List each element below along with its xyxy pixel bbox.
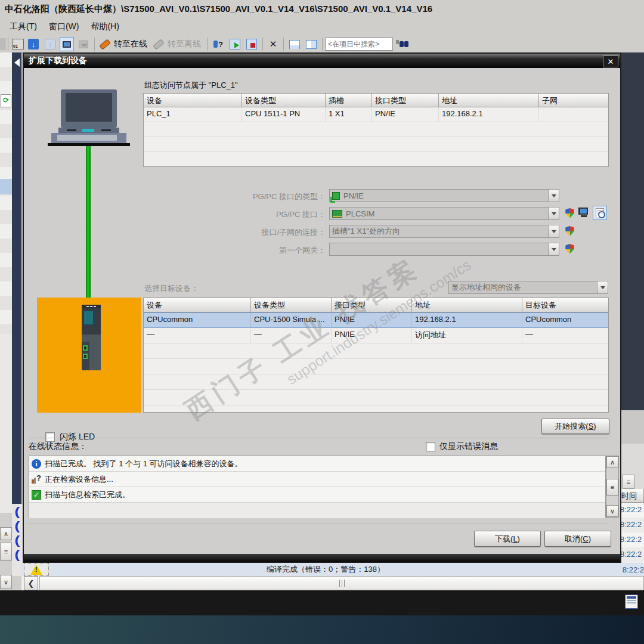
column-header[interactable]: 接口类型 bbox=[372, 94, 439, 107]
status-message-row[interactable]: i 扫描已完成。 找到了 1 个与 1 可访问设备相兼容的设备。 bbox=[29, 456, 605, 472]
column-header[interactable]: 设备类型 bbox=[242, 94, 326, 107]
column-header[interactable]: 子网 bbox=[539, 94, 608, 107]
cancel-button[interactable]: 取消(C) bbox=[544, 531, 611, 547]
split-horizontal-button[interactable] bbox=[286, 37, 303, 51]
shield-icon bbox=[565, 208, 574, 218]
start-search-button[interactable]: 开始搜索(S) bbox=[541, 419, 609, 434]
pc-monitor-icon bbox=[578, 208, 589, 218]
simulation-monitor-icon bbox=[60, 37, 74, 51]
first-gateway-label: 第一个网关： bbox=[131, 245, 326, 256]
extended-download-dialog: 扩展下载到设备 ✕ 组态访问节点属于 "PLC_1" 设备 设备类型 插槽 接口… bbox=[23, 52, 621, 563]
compile-status-text: 编译完成（错误：0；警告：138） bbox=[267, 564, 385, 575]
first-gateway-dropdown[interactable] bbox=[329, 243, 559, 256]
config-table-caption: 组态访问节点属于 "PLC_1" bbox=[144, 80, 238, 91]
column-header[interactable]: 设备类型 bbox=[251, 298, 332, 312]
compile-time: 8:22:2 bbox=[623, 565, 644, 574]
start-simulation-button[interactable] bbox=[58, 36, 75, 52]
save-to-device-button[interactable]: 01 bbox=[11, 37, 25, 51]
menu-tools[interactable]: 工具(T) bbox=[4, 19, 43, 35]
table-row-empty bbox=[144, 137, 608, 152]
dropdown-arrow[interactable] bbox=[548, 208, 559, 219]
dropdown-arrow[interactable] bbox=[548, 225, 559, 237]
menu-window[interactable]: 窗口(W) bbox=[43, 19, 85, 35]
panel-collapse-bar[interactable] bbox=[12, 52, 21, 504]
messages-scroll-down-button[interactable]: ∨ bbox=[606, 505, 618, 517]
status-message-text: 扫描已完成。 找到了 1 个与 1 可访问设备相兼容的设备。 bbox=[45, 459, 243, 469]
messages-scroll-thumb[interactable]: ≡ bbox=[606, 479, 618, 496]
target-filter-dropdown[interactable]: 显示地址相同的设备 bbox=[448, 281, 608, 294]
split-horizontal-icon bbox=[289, 40, 300, 49]
warning-triangle-icon: ! bbox=[30, 565, 42, 575]
table-row[interactable]: PLC_1 CPU 1511-1 PN 1 X1 PN/IE 192.168.2… bbox=[144, 107, 608, 122]
dialog-close-button[interactable]: ✕ bbox=[603, 55, 618, 67]
split-vertical-button[interactable] bbox=[303, 37, 320, 51]
vscroll-up-button[interactable]: ∧ bbox=[0, 527, 12, 540]
go-online-button[interactable]: 转至在线 bbox=[97, 39, 151, 49]
only-errors-field: 仅显示错误消息 bbox=[426, 441, 498, 452]
compile-status-row[interactable]: ! 编译完成（错误：0；警告：138） 8:22:2 bbox=[21, 563, 644, 577]
stop-cpu-icon bbox=[246, 39, 257, 49]
only-errors-checkbox[interactable] bbox=[426, 442, 435, 451]
go-online-label: 转至在线 bbox=[114, 39, 147, 49]
online-plug-icon bbox=[99, 39, 111, 49]
go-offline-button[interactable]: 转至离线 bbox=[151, 39, 205, 49]
hscroll-thumb[interactable] bbox=[39, 576, 644, 590]
status-message-row[interactable]: ? 正在检索设备信息... bbox=[29, 472, 605, 487]
column-header[interactable]: 地址 bbox=[439, 94, 539, 107]
dropdown-arrow[interactable] bbox=[597, 281, 608, 293]
start-cpu-button[interactable] bbox=[227, 37, 243, 51]
shield-icon bbox=[565, 244, 574, 254]
right-panel-strip bbox=[621, 52, 644, 410]
only-errors-label: 仅显示错误消息 bbox=[439, 441, 498, 452]
pgpc-type-dropdown[interactable]: PN/IE bbox=[329, 189, 559, 202]
tia-portal-window: 中石化洛阳（陕西延长中煤）\S71500_AVI_V0.1\S71500_AVI… bbox=[0, 0, 644, 644]
cross-icon: ✕ bbox=[270, 39, 277, 49]
upload-from-device-button[interactable]: ↑ bbox=[42, 37, 58, 51]
cross-reference-button[interactable]: ✕ bbox=[265, 37, 281, 51]
column-header[interactable]: 接口类型 bbox=[332, 298, 412, 312]
info-icon: i bbox=[32, 459, 41, 469]
status-message-row-empty bbox=[29, 503, 605, 518]
binoculars-icon bbox=[400, 41, 404, 47]
collapse-left-icon bbox=[14, 58, 20, 67]
dialog-title: 扩展下载到设备 bbox=[29, 55, 87, 66]
toolbar: 01 ↓ ↑ RT 转至在线 转至离线 ? bbox=[0, 36, 644, 53]
menu-help[interactable]: 帮助(H) bbox=[85, 19, 125, 35]
project-tree-selected-row[interactable] bbox=[0, 179, 12, 194]
column-header[interactable]: 目标设备 bbox=[522, 298, 608, 312]
project-search-input[interactable] bbox=[325, 38, 393, 51]
target-devices-table: 设备 设备类型 接口类型 地址 目标设备 CPUcommon CPU-1500 … bbox=[143, 298, 609, 413]
taskbar-table-icon[interactable] bbox=[625, 595, 638, 609]
shield-icon bbox=[565, 226, 574, 236]
device-scan-button[interactable] bbox=[593, 206, 607, 220]
download-arrow-icon: ↓ bbox=[28, 39, 39, 49]
tree-sync-icon: ⟳ bbox=[1, 94, 11, 107]
download-button[interactable]: 下载(L) bbox=[474, 531, 541, 547]
right-vscroll-thumb[interactable]: ≡ bbox=[623, 475, 634, 489]
runtime-button[interactable]: RT bbox=[75, 37, 92, 51]
flash-led-checkbox[interactable] bbox=[45, 432, 55, 442]
column-header[interactable]: 插槽 bbox=[326, 94, 372, 107]
project-search-button[interactable] bbox=[393, 37, 411, 51]
messages-scroll-up-button[interactable]: ∧ bbox=[606, 456, 618, 468]
column-header[interactable]: 设备 bbox=[144, 94, 242, 107]
dropdown-arrow[interactable] bbox=[548, 190, 559, 202]
vscroll-thumb[interactable]: ≡ bbox=[0, 543, 12, 561]
target-device-row-selected[interactable]: CPUcommon CPU-1500 Simula ... PN/IE 192.… bbox=[144, 312, 608, 328]
download-to-device-button[interactable]: ↓ bbox=[25, 37, 42, 51]
hscroll-left-button[interactable]: ❮ bbox=[24, 576, 38, 590]
column-header[interactable]: 设备 bbox=[144, 298, 251, 312]
stop-cpu-button[interactable] bbox=[243, 37, 260, 51]
pgpc-interface-dropdown[interactable]: PLCSIM bbox=[329, 207, 559, 220]
warning-icon-cell: ! bbox=[24, 563, 49, 576]
status-message-row[interactable]: ✓ 扫描与信息检索已完成。 bbox=[29, 487, 605, 503]
table-row-empty bbox=[144, 390, 608, 405]
column-header[interactable]: 地址 bbox=[412, 298, 522, 312]
dropdown-arrow[interactable] bbox=[548, 243, 559, 255]
accessible-devices-button[interactable]: ? bbox=[210, 37, 227, 51]
target-device-row[interactable]: — — PN/IE 访问地址 — bbox=[144, 328, 608, 343]
dialog-title-bar[interactable]: 扩展下载到设备 ✕ bbox=[24, 54, 620, 68]
subnet-connection-dropdown[interactable]: 插槽"1 X1"处的方向 bbox=[329, 225, 559, 238]
vscroll-down-button[interactable]: ∨ bbox=[0, 575, 12, 589]
go-offline-label: 转至离线 bbox=[168, 39, 201, 49]
